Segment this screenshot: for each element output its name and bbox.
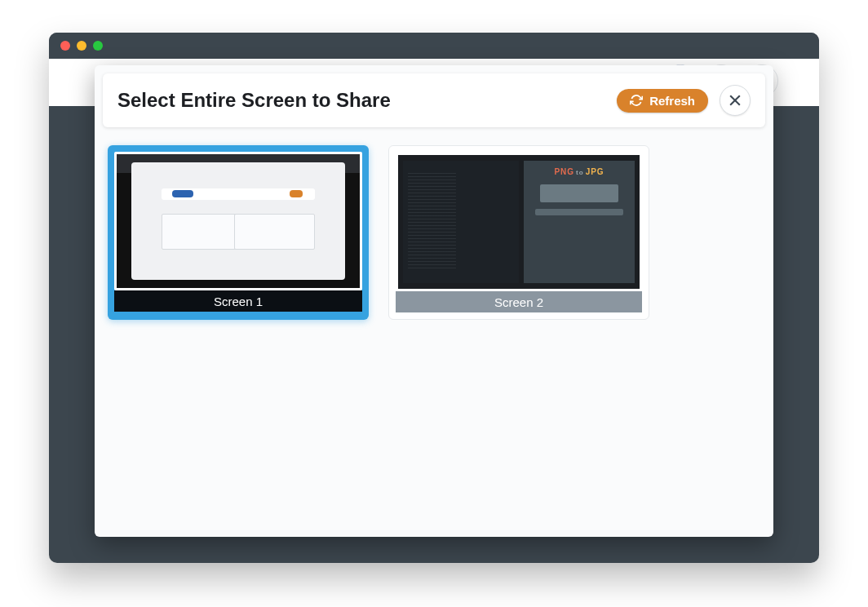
- thumb-app-title: PNGtoJPG: [554, 167, 604, 176]
- screen-option-1[interactable]: Screen 1: [108, 145, 369, 320]
- screen-option-2[interactable]: PNGtoJPG Screen 2: [388, 145, 649, 320]
- screens-list: Screen 1 PNGtoJPG Screen 2: [95, 135, 773, 330]
- select-screen-dialog: Select Entire Screen to Share Refresh: [95, 65, 773, 537]
- screen-label: Screen 2: [396, 291, 642, 312]
- window-zoom-traffic[interactable]: [93, 41, 103, 51]
- screen-label: Screen 1: [114, 290, 362, 312]
- refresh-label: Refresh: [649, 94, 695, 108]
- refresh-icon: [630, 94, 643, 107]
- close-button[interactable]: [720, 85, 751, 116]
- window-close-traffic[interactable]: [60, 41, 70, 51]
- refresh-button[interactable]: Refresh: [617, 89, 708, 113]
- dialog-title: Select Entire Screen to Share: [117, 89, 391, 112]
- screen-thumbnail: PNGtoJPG: [396, 153, 642, 291]
- window-minimize-traffic[interactable]: [77, 41, 86, 51]
- dialog-header: Select Entire Screen to Share Refresh: [103, 73, 765, 127]
- close-icon: [727, 92, 743, 109]
- screen-thumbnail: [114, 152, 362, 290]
- mac-titlebar: [49, 33, 819, 59]
